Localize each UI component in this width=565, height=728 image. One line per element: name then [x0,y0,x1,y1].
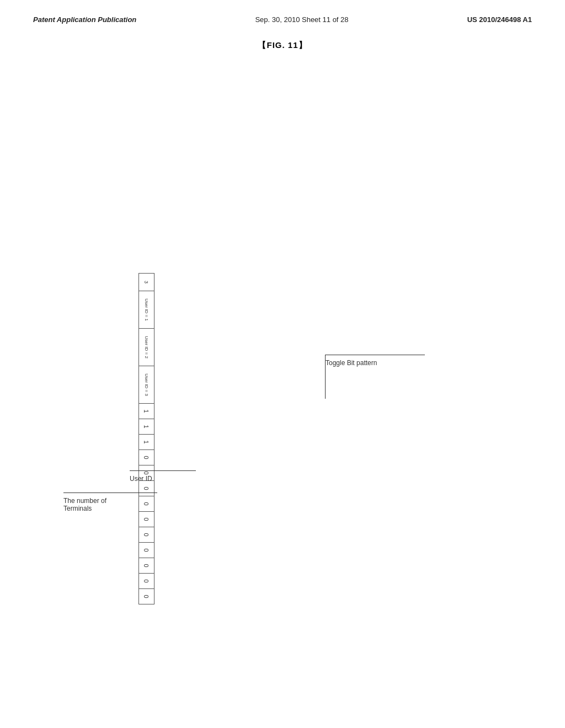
page-header: Patent Application Publication Sep. 30, … [0,0,565,24]
terminals-label: The number ofTerminals [63,497,106,512]
table-container: 3 User ID = 1 User ID = 2 User ID = 3 1 … [138,273,154,604]
header-left: Patent Application Publication [33,15,136,24]
userid-label: User ID [130,475,152,483]
figure-title: 【FIG. 11】 [0,40,565,51]
header-center: Sep. 30, 2010 Sheet 11 of 28 [255,15,348,24]
toggle-label: Toggle Bit pattern [326,359,377,367]
bit-pattern-table: 3 User ID = 1 User ID = 2 User ID = 3 1 … [138,273,154,604]
header-right: US 2010/246498 A1 [467,15,532,24]
terminals-line [63,493,157,493]
toggle-line-horiz [326,355,425,355]
diagram-area: 3 User ID = 1 User ID = 2 User ID = 3 1 … [0,80,565,687]
userid-line [130,470,196,471]
